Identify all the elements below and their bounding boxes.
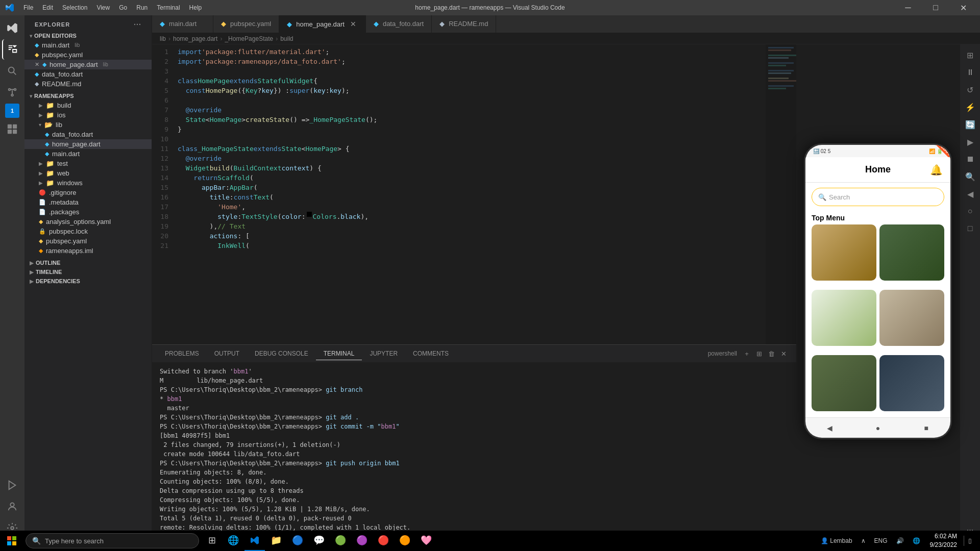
activity-search-icon[interactable] xyxy=(2,61,22,81)
food-item-3[interactable] xyxy=(812,290,876,346)
taskbar-explorer[interactable]: 📁 xyxy=(266,531,286,551)
lib-file-home-page[interactable]: ◆ home_page.dart xyxy=(24,139,152,149)
code-text[interactable]: import 'package:flutter/material.dart'; … xyxy=(173,44,766,344)
root-gitignore[interactable]: 🔴 .gitignore xyxy=(24,188,152,197)
right-back-icon[interactable]: ◀ xyxy=(962,186,978,202)
search-box[interactable]: 🔍 Type here to search xyxy=(26,533,199,548)
phone-search-bar[interactable]: 🔍 Search xyxy=(812,188,944,206)
root-pubspec-yaml[interactable]: ◆ pubspec.yaml xyxy=(24,236,152,246)
terminal-tab-problems[interactable]: PROBLEMS xyxy=(157,347,207,360)
right-restart-icon[interactable]: ↺ xyxy=(962,82,978,98)
menu-view[interactable]: View xyxy=(92,3,114,12)
menu-terminal[interactable]: Terminal xyxy=(153,3,184,12)
tab-main-dart[interactable]: ◆ main.dart xyxy=(152,15,213,33)
taskbar-chrome[interactable]: 🔵 xyxy=(287,531,308,551)
taskbar-vscode[interactable] xyxy=(244,531,265,551)
right-run-icon[interactable]: ▶ xyxy=(962,134,978,150)
taskbar-app4[interactable]: 🔴 xyxy=(373,531,394,551)
terminal-tab-debug-console[interactable]: DEBUG CONSOLE xyxy=(247,347,316,360)
sidebar-more-icon[interactable]: ··· xyxy=(134,20,141,29)
taskbar-show-desktop[interactable]: ▯ xyxy=(964,536,975,546)
taskbar-volume[interactable]: 🔊 xyxy=(893,536,907,546)
terminal-tab-comments[interactable]: COMMENTS xyxy=(405,347,456,360)
menu-file[interactable]: File xyxy=(19,3,37,12)
food-item-5[interactable] xyxy=(812,355,876,411)
folder-ios[interactable]: ▶ 📁 ios xyxy=(24,110,152,120)
folder-windows[interactable]: ▶ 📁 windows xyxy=(24,178,152,188)
open-editors-section[interactable]: ▾ OPEN EDITORS xyxy=(24,31,152,40)
lib-file-main[interactable]: ◆ main.dart xyxy=(24,149,152,159)
root-rameneapps-iml[interactable]: ◆ rameneapps.iml xyxy=(24,246,152,256)
right-stop-icon[interactable]: ⏹ xyxy=(962,151,978,167)
phone-home-button[interactable]: ● xyxy=(870,420,886,436)
root-analysis-options[interactable]: ◆ analysis_options.yaml xyxy=(24,217,152,227)
tab-home-page-dart[interactable]: ◆ home_page.dart ✕ xyxy=(279,15,366,33)
menu-help[interactable]: Help xyxy=(185,3,206,12)
terminal-tab-terminal[interactable]: TERMINAL xyxy=(316,347,362,360)
open-file-readme-md[interactable]: ◆ README.md xyxy=(24,79,152,89)
activity-git-icon[interactable] xyxy=(2,82,22,103)
taskbar-app3[interactable]: 🟣 xyxy=(352,531,372,551)
dependencies-section[interactable]: ▶ DEPENDENCIES xyxy=(24,277,152,286)
lib-file-data-foto[interactable]: ◆ data_foto.dart xyxy=(24,130,152,139)
phone-back-button[interactable]: ◀ xyxy=(822,420,837,436)
tab-readme-md[interactable]: ◆ README.md xyxy=(432,15,496,33)
right-hotreload-icon[interactable]: ⚡ xyxy=(962,99,978,115)
activity-notification-badge[interactable]: 1 xyxy=(5,104,19,118)
menu-run[interactable]: Run xyxy=(132,3,152,12)
open-file-home-page-dart[interactable]: ✕ ◆ home_page.dart lib xyxy=(24,60,152,69)
folder-lib[interactable]: ▾ 📂 lib xyxy=(24,120,152,130)
root-packages[interactable]: 📄 .packages xyxy=(24,207,152,217)
tab-data-foto-dart[interactable]: ◆ data_foto.dart xyxy=(366,15,432,33)
tab-pubspec-yaml[interactable]: ◆ pubspec.yaml xyxy=(213,15,279,33)
terminal-tab-output[interactable]: OUTPUT xyxy=(207,347,247,360)
root-pubspec-lock[interactable]: 🔒 pubspec.lock xyxy=(24,227,152,236)
right-hotrestart-icon[interactable]: 🔄 xyxy=(962,116,978,133)
open-file-main-dart[interactable]: ◆ main.dart lib xyxy=(24,40,152,50)
activity-run-icon[interactable] xyxy=(2,475,22,495)
right-layout-icon[interactable]: ⊞ xyxy=(962,47,978,63)
right-home-icon[interactable]: ○ xyxy=(962,203,978,219)
right-square-icon[interactable]: □ xyxy=(962,220,978,237)
taskbar-network[interactable]: 🌐 xyxy=(910,536,923,546)
breadcrumb-file[interactable]: home_page.dart xyxy=(173,35,217,42)
terminal-content[interactable]: Switched to branch 'bbm1' M lib/home_pag… xyxy=(152,363,796,538)
food-item-6[interactable] xyxy=(879,355,944,411)
right-pause-icon[interactable]: ⏸ xyxy=(962,64,978,81)
menu-selection[interactable]: Selection xyxy=(58,3,91,12)
taskbar-chevron[interactable]: ∧ xyxy=(858,536,869,546)
root-metadata[interactable]: 📄 .metadata xyxy=(24,197,152,207)
taskbar-app1[interactable]: 💬 xyxy=(309,531,329,551)
open-file-data-foto-dart[interactable]: ◆ data_foto.dart xyxy=(24,69,152,79)
food-item-2[interactable] xyxy=(879,224,944,281)
tab-close-icon[interactable]: ✕ xyxy=(349,19,358,29)
rameneapps-section[interactable]: ▾ RAMENEAPPS xyxy=(24,91,152,101)
food-item-1[interactable] xyxy=(812,224,876,281)
breadcrumb-method[interactable]: build xyxy=(280,35,293,42)
breadcrumb-class[interactable]: _HomePageState xyxy=(225,35,273,42)
open-file-pubspec-yaml[interactable]: ◆ pubspec.yaml xyxy=(24,50,152,60)
menu-edit[interactable]: Edit xyxy=(38,3,57,12)
activity-extensions-icon[interactable] xyxy=(2,119,22,139)
folder-build[interactable]: ▶ 📁 build xyxy=(24,101,152,110)
activity-account-icon[interactable] xyxy=(2,496,22,517)
outline-section[interactable]: ▶ OUTLINE xyxy=(24,258,152,267)
close-button[interactable]: ✕ xyxy=(951,0,975,15)
code-editor[interactable]: 12345 678910 1112131415 1617181920 21 im… xyxy=(152,44,796,538)
minimize-button[interactable]: ─ xyxy=(896,0,920,15)
maximize-button[interactable]: □ xyxy=(924,0,947,15)
terminal-tab-jupyter[interactable]: JUPYTER xyxy=(362,347,405,360)
terminal-trash-button[interactable]: 🗑 xyxy=(766,348,776,359)
terminal-split-button[interactable]: ⊞ xyxy=(754,348,764,359)
right-zoom-in-icon[interactable]: 🔍 xyxy=(962,168,978,185)
folder-test[interactable]: ▶ 📁 test xyxy=(24,159,152,168)
terminal-close-button[interactable]: ✕ xyxy=(778,348,789,359)
menu-go[interactable]: Go xyxy=(115,3,131,12)
close-file-icon[interactable]: ✕ xyxy=(35,61,39,68)
start-button[interactable] xyxy=(0,531,23,551)
taskbar-edge[interactable]: 🌐 xyxy=(223,531,243,551)
breadcrumb-lib[interactable]: lib xyxy=(160,35,166,42)
terminal-add-button[interactable]: + xyxy=(742,348,752,359)
taskbar-app2[interactable]: 🟢 xyxy=(330,531,351,551)
taskbar-clock[interactable]: 6:02 AM 9/23/2022 xyxy=(926,531,961,551)
